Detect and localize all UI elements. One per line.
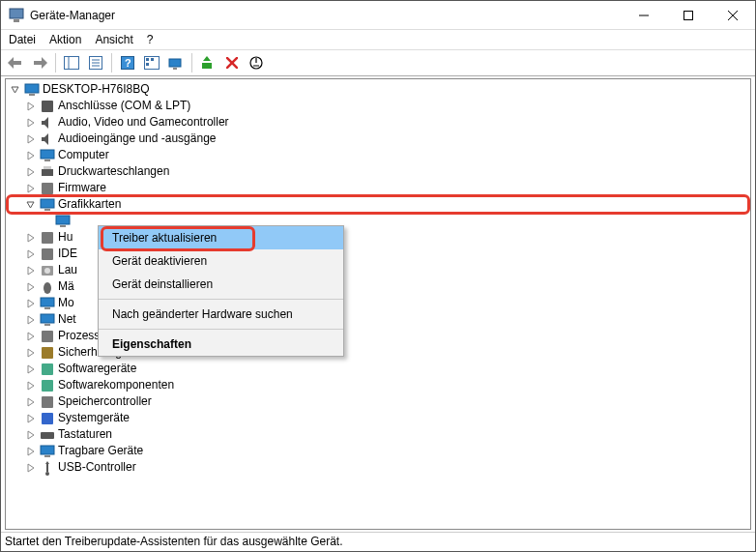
chevron-right-icon[interactable]: [25, 281, 37, 293]
tree-item[interactable]: Anschlüsse (COM & LPT): [8, 98, 748, 114]
hid-icon: [40, 230, 55, 246]
monitor-icon: [40, 296, 55, 311]
tree-item[interactable]: Firmware: [8, 180, 748, 196]
tree-item[interactable]: Tastaturen: [8, 426, 748, 443]
menu-file[interactable]: Datei: [9, 33, 36, 46]
context-menu-item[interactable]: Treiber aktualisieren: [99, 226, 343, 249]
svg-rect-28: [42, 101, 53, 112]
tree-item-label: Softwarekomponenten: [58, 377, 174, 393]
scan-hardware-button[interactable]: [165, 52, 187, 73]
chevron-right-icon[interactable]: [25, 183, 37, 194]
svg-rect-17: [146, 58, 149, 61]
svg-rect-35: [44, 209, 50, 211]
chevron-right-icon[interactable]: [25, 298, 37, 309]
chevron-right-icon[interactable]: [25, 265, 37, 276]
tree-item[interactable]: Softwarekomponenten: [8, 377, 748, 393]
system-icon: [40, 411, 55, 426]
audio-icon: [40, 115, 55, 131]
minimize-button[interactable]: [622, 1, 666, 29]
tree-item-label: Mä: [58, 278, 74, 295]
show-hide-console-tree-button[interactable]: [61, 52, 82, 73]
chevron-right-icon[interactable]: [25, 117, 37, 129]
chevron-right-icon[interactable]: [25, 232, 37, 244]
chevron-right-icon[interactable]: [25, 363, 37, 375]
tree-item[interactable]: Computer: [8, 147, 748, 163]
tree-item-label: Softwaregeräte: [58, 361, 136, 377]
tree-item-label: Speichercontroller: [58, 393, 152, 410]
menu-action[interactable]: Aktion: [49, 33, 81, 46]
chevron-right-icon[interactable]: [25, 396, 37, 408]
chevron-right-icon[interactable]: [25, 331, 37, 342]
forward-button[interactable]: [29, 52, 50, 73]
storage-icon: [40, 394, 55, 410]
maximize-button[interactable]: [666, 1, 711, 29]
software-icon: [40, 362, 55, 377]
tree-item[interactable]: Systemgeräte: [8, 410, 748, 426]
svg-rect-48: [42, 347, 53, 359]
svg-rect-30: [44, 160, 50, 161]
context-menu-item[interactable]: Eigenschaften: [99, 333, 343, 356]
close-button[interactable]: [711, 1, 755, 29]
svg-rect-34: [41, 199, 54, 208]
monitor-icon: [40, 197, 55, 213]
chevron-right-icon[interactable]: [25, 347, 37, 359]
tree-item-label: IDE: [58, 246, 77, 262]
tree-item[interactable]: Speichercontroller: [8, 393, 748, 410]
printer-icon: [40, 164, 55, 180]
menu-help[interactable]: ?: [147, 33, 154, 46]
svg-rect-55: [44, 455, 50, 457]
tree-item[interactable]: Softwaregeräte: [8, 361, 748, 377]
mouse-icon: [40, 279, 55, 295]
storage-icon: [40, 247, 55, 262]
tree-item-label: Systemgeräte: [58, 410, 130, 426]
chevron-right-icon[interactable]: [25, 462, 37, 474]
tree-item[interactable]: Tragbare Geräte: [8, 443, 748, 459]
svg-rect-20: [169, 59, 181, 67]
tree-item[interactable]: Druckwarteschlangen: [8, 163, 748, 180]
tree-item-label: Lau: [58, 262, 77, 278]
chevron-right-icon[interactable]: [25, 133, 37, 145]
tree-item-label: Audio, Video und Gamecontroller: [58, 114, 229, 131]
disable-button[interactable]: [246, 52, 267, 73]
chevron-right-icon[interactable]: [25, 446, 37, 457]
chevron-right-icon[interactable]: [25, 101, 37, 112]
chevron-right-icon[interactable]: [25, 150, 37, 161]
svg-rect-6: [14, 61, 21, 65]
portable-icon: [40, 444, 55, 459]
titlebar: Geräte-Manager: [1, 1, 755, 30]
tree-root[interactable]: DESKTOP-H76I8BQ: [8, 81, 748, 98]
svg-rect-50: [42, 380, 53, 392]
svg-rect-22: [202, 63, 212, 69]
help-button[interactable]: ?: [117, 52, 138, 73]
context-menu-item[interactable]: Nach geänderter Hardware suchen: [99, 303, 343, 326]
svg-rect-1: [14, 19, 19, 22]
context-menu-item[interactable]: Gerät deinstallieren: [99, 273, 343, 296]
tree-item[interactable]: USB-Controller: [8, 459, 748, 476]
chevron-down-icon[interactable]: [10, 84, 21, 96]
small-icons-button[interactable]: [141, 52, 162, 73]
update-driver-button[interactable]: [197, 52, 218, 73]
menu-view[interactable]: Ansicht: [95, 33, 132, 46]
svg-rect-52: [42, 413, 53, 424]
tree-item[interactable]: Grafikkarten: [8, 196, 748, 213]
tree-item[interactable]: Audio, Video und Gamecontroller: [8, 114, 748, 131]
chevron-right-icon[interactable]: [25, 314, 37, 326]
disk-icon: [40, 263, 55, 278]
security-icon: [40, 345, 55, 361]
chevron-right-icon[interactable]: [25, 413, 37, 424]
tree-item[interactable]: Audioeingänge und -ausgänge: [8, 131, 748, 147]
chevron-right-icon[interactable]: [25, 380, 37, 392]
chevron-right-icon[interactable]: [25, 166, 37, 178]
svg-rect-45: [41, 314, 54, 323]
context-menu-item[interactable]: Gerät deaktivieren: [99, 249, 343, 273]
chevron-right-icon[interactable]: [41, 216, 52, 227]
chevron-down-icon[interactable]: [25, 199, 37, 211]
svg-rect-53: [41, 432, 54, 439]
chevron-right-icon[interactable]: [25, 248, 37, 260]
tree-item-label: Audioeingänge und -ausgänge: [58, 131, 216, 147]
uninstall-button[interactable]: [221, 52, 243, 73]
properties-button[interactable]: [85, 52, 106, 73]
back-button[interactable]: [5, 52, 26, 73]
chevron-right-icon[interactable]: [25, 429, 37, 441]
svg-rect-21: [173, 68, 177, 70]
